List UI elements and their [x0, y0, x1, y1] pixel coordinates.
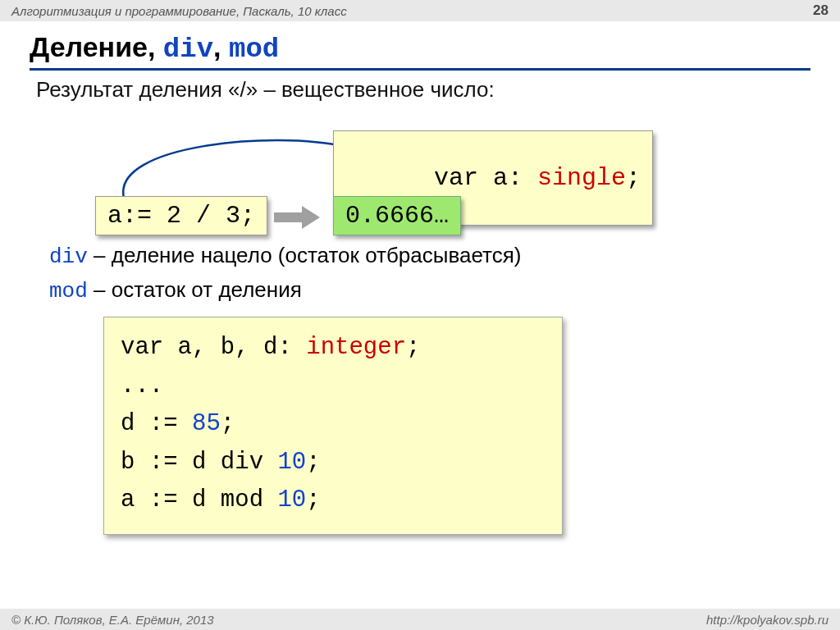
- code-text: ;: [306, 486, 320, 514]
- subject-line: Алгоритмизация и программирование, Паска…: [11, 4, 347, 18]
- title-text: Деление: [30, 31, 148, 62]
- code-text: ;: [221, 410, 235, 437]
- assignment-box: a:= 2 / 3;: [95, 196, 267, 235]
- mod-explanation-text: – остаток от деления: [88, 277, 302, 302]
- code-block: var a, b, d: integer; ... d := 85; b := …: [103, 317, 563, 535]
- slide-footer: © К.Ю. Поляков, Е.А. Ерёмин, 2013 http:/…: [0, 609, 840, 630]
- code-text: var a:: [434, 164, 537, 192]
- result-box: 0.6666…: [333, 196, 461, 235]
- type-single: single: [537, 164, 626, 192]
- div-explanation-text: – деление нацело (остаток отбрасывается): [88, 243, 522, 267]
- type-integer: integer: [306, 334, 406, 361]
- div-explanation: div – деление нацело (остаток отбрасывае…: [49, 240, 810, 273]
- slide-header: Алгоритмизация и программирование, Паска…: [0, 0, 840, 21]
- slide-title: Деление, div, mod: [30, 31, 810, 71]
- description-line: Результат деления «/» – вещественное чис…: [36, 77, 810, 103]
- code-text: ;: [406, 334, 420, 361]
- keyword-mod: mod: [229, 34, 279, 65]
- copyright-text: © К.Ю. Поляков, Е.А. Ерёмин, 2013: [11, 613, 214, 627]
- example-row: var a: single; a:= 2 / 3; 0.6666…: [62, 116, 810, 239]
- title-sep2: ,: [213, 31, 229, 62]
- number-literal: 10: [277, 486, 306, 514]
- code-text: ;: [626, 164, 641, 192]
- code-text: ;: [306, 449, 320, 476]
- number-literal: 10: [277, 449, 306, 476]
- keyword-div-inline: div: [49, 244, 88, 269]
- arrow-right-icon: [274, 208, 322, 227]
- number-literal: 85: [192, 410, 221, 437]
- footer-url: http://kpolyakov.spb.ru: [706, 613, 829, 627]
- code-text: a := d mod: [121, 486, 277, 514]
- keyword-mod-inline: mod: [49, 279, 88, 304]
- code-text: var a, b, d:: [121, 334, 306, 361]
- code-text: b := d div: [121, 449, 277, 476]
- code-text: ...: [121, 372, 163, 399]
- keyword-div: div: [163, 34, 213, 65]
- page-number: 28: [813, 2, 829, 19]
- title-sep1: ,: [148, 31, 163, 62]
- mod-explanation: mod – остаток от деления: [49, 275, 810, 308]
- code-text: d :=: [121, 410, 192, 437]
